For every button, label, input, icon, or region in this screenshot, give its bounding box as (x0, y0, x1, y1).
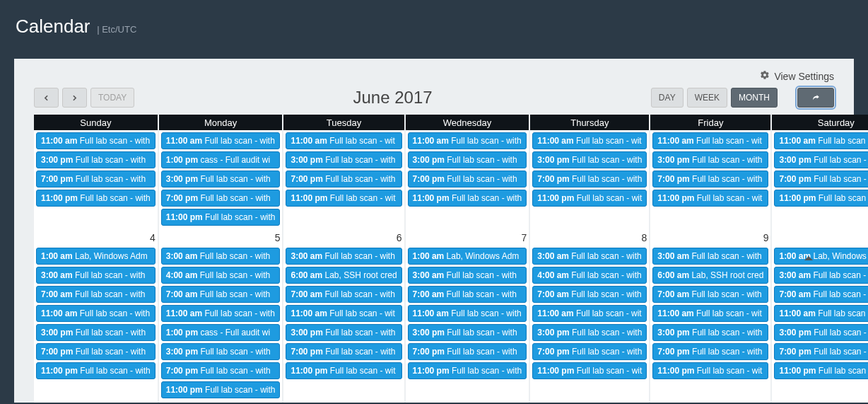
view-month-button[interactable]: MONTH (731, 88, 778, 108)
calendar-event[interactable]: 4:00 am Full lab scan - with (161, 267, 281, 284)
calendar-event[interactable]: 11:00 pm Full lab scan - wit (652, 190, 768, 207)
calendar-event[interactable]: 7:00 pm Full lab scan - witho (774, 171, 868, 187)
day-number[interactable]: 4 (34, 230, 159, 246)
calendar-event[interactable]: 11:00 pm Full lab scan - with (408, 190, 527, 207)
calendar-event[interactable]: 7:00 am Full lab scan - with (161, 286, 281, 303)
calendar-event[interactable]: 7:00 pm Full lab scan - with (161, 362, 281, 379)
day-number[interactable]: 5 (159, 230, 284, 246)
calendar-event[interactable]: 3:00 am Full lab scan - witho (774, 267, 868, 284)
prev-button[interactable] (34, 88, 59, 108)
calendar-event[interactable]: 7:00 am Full lab scan - with (408, 286, 527, 303)
calendar-event[interactable]: 3:00 am Full lab scan - with (161, 248, 281, 265)
calendar-event[interactable]: 3:00 pm Full lab scan - with (652, 324, 768, 341)
calendar-event[interactable]: 11:00 am Full lab scan - wit (286, 305, 401, 322)
calendar-event[interactable]: 7:00 pm Full lab scan - with (36, 171, 156, 187)
calendar-event[interactable]: 3:00 pm Full lab scan - with (652, 151, 768, 168)
day-number[interactable]: 8 (530, 230, 650, 246)
calendar-event[interactable]: 3:00 pm Full lab scan - with (286, 324, 401, 341)
calendar-event[interactable]: 11:00 am Full lab scan - wit (532, 305, 647, 322)
calendar-event[interactable]: 7:00 pm Full lab scan - with (652, 171, 768, 187)
calendar-event[interactable]: 11:00 am Full lab scan - with (774, 305, 868, 322)
calendar-event[interactable]: 11:00 am Full lab scan - wit (286, 132, 401, 149)
today-button[interactable]: TODAY (90, 88, 134, 108)
calendar-event[interactable]: 6:00 am Lab, SSH root cred (652, 267, 768, 284)
calendar-event[interactable]: 1:00 am Lab, Windows Adm (408, 248, 527, 265)
share-button[interactable] (797, 88, 834, 108)
calendar-event[interactable]: 7:00 am Full lab scan - with (652, 286, 768, 303)
calendar-event[interactable]: 11:00 am Full lab scan - with (408, 305, 527, 322)
calendar-event[interactable]: 3:00 am Full lab scan - with (286, 248, 401, 265)
calendar-event[interactable]: 3:00 pm Full lab scan - with (408, 324, 527, 341)
calendar-event[interactable]: 3:00 am Full lab scan - with (532, 248, 647, 265)
view-day-button[interactable]: DAY (651, 88, 684, 108)
calendar-event[interactable]: 11:00 pm Full lab scan - with (774, 190, 868, 207)
calendar-event[interactable]: 7:00 pm Full lab scan - with (532, 171, 647, 187)
calendar-event[interactable]: 11:00 am Full lab scan - wit (652, 132, 768, 149)
calendar-event[interactable]: 11:00 pm Full lab scan - wit (286, 190, 401, 207)
day-number[interactable]: 7 (406, 230, 531, 246)
calendar-event[interactable]: 3:00 pm Full lab scan - with (161, 343, 281, 360)
calendar-event[interactable]: 3:00 am Full lab scan - with (652, 248, 768, 265)
calendar-event[interactable]: 11:00 pm Full lab scan - with (408, 362, 527, 379)
calendar-event[interactable]: 7:00 am Full lab scan - with (532, 286, 647, 303)
event-title: Full lab scan - with (690, 328, 763, 337)
calendar-event[interactable]: 1:00 am Lab, Windows Adm (774, 248, 868, 265)
calendar-event[interactable]: 7:00 pm Full lab scan - with (36, 343, 156, 360)
calendar-event[interactable]: 11:00 pm Full lab scan - wit (532, 190, 647, 207)
calendar-event[interactable]: 3:00 pm Full lab scan - with (532, 324, 647, 341)
calendar-event[interactable]: 11:00 pm Full lab scan - with (161, 209, 281, 226)
calendar-event[interactable]: 1:00 pm cass - Full audit wi (161, 324, 281, 341)
scroll-up-icon[interactable] (804, 256, 813, 260)
view-settings-link[interactable]: View Settings (774, 71, 834, 82)
calendar-event[interactable]: 7:00 pm Full lab scan - with (408, 171, 527, 187)
calendar-event[interactable]: 11:00 am Full lab scan - with (161, 132, 281, 149)
calendar-event[interactable]: 3:00 pm Full lab scan - with (408, 151, 527, 168)
calendar-event[interactable]: 11:00 pm Full lab scan - wit (652, 362, 768, 379)
day-number[interactable]: 6 (283, 230, 405, 246)
calendar-event[interactable]: 11:00 am Full lab scan - wit (652, 305, 768, 322)
calendar-event[interactable]: 11:00 am Full lab scan - with (36, 305, 156, 322)
calendar-event[interactable]: 7:00 am Full lab scan - witho (774, 286, 868, 303)
calendar-event[interactable]: 3:00 pm Full lab scan - witho (774, 324, 868, 341)
calendar-event[interactable]: 3:00 pm Full lab scan - with (286, 151, 401, 168)
calendar-event[interactable]: 7:00 pm Full lab scan - with (161, 190, 281, 207)
next-button[interactable] (62, 88, 87, 108)
calendar-event[interactable]: 11:00 pm Full lab scan - with (36, 190, 156, 207)
day-number[interactable]: 10 (772, 230, 868, 246)
calendar-event[interactable]: 11:00 pm Full lab scan - wit (286, 362, 401, 379)
calendar-event[interactable]: 3:00 pm Full lab scan - witho (774, 151, 868, 168)
calendar-event[interactable]: 7:00 pm Full lab scan - with (408, 343, 527, 360)
calendar-event[interactable]: 11:00 am Full lab scan - witho (774, 132, 868, 149)
calendar-event[interactable]: 11:00 am Full lab scan - with (408, 132, 527, 149)
calendar-event[interactable]: 3:00 am Full lab scan - with (36, 267, 156, 284)
calendar-event[interactable]: 7:00 pm Full lab scan - with (532, 343, 647, 360)
calendar-event[interactable]: 1:00 pm cass - Full audit wi (161, 151, 281, 168)
event-time: 7:00 am (166, 289, 198, 299)
calendar-event[interactable]: 7:00 pm Full lab scan - with (286, 343, 401, 360)
event-title: Full lab scan - with (198, 193, 271, 203)
calendar-event[interactable]: 3:00 pm Full lab scan - with (532, 151, 647, 168)
calendar-event[interactable]: 7:00 am Full lab scan - with (36, 286, 156, 303)
calendar-event[interactable]: 7:00 pm Full lab scan - with (652, 343, 768, 360)
view-week-button[interactable]: WEEK (687, 88, 727, 108)
calendar-event[interactable]: 11:00 am Full lab scan - with (161, 305, 281, 322)
calendar-event[interactable]: 11:00 pm Full lab scan - wit (532, 362, 647, 379)
calendar-event[interactable]: 7:00 pm Full lab scan - with (286, 171, 401, 187)
calendar-event[interactable]: 11:00 pm Full lab scan - with (774, 362, 868, 379)
calendar-event[interactable]: 11:00 am Full lab scan - with (36, 132, 156, 149)
day-cell: 1:00 am Lab, Windows Adm3:00 am Full lab… (406, 246, 531, 403)
calendar-event[interactable]: 11:00 pm Full lab scan - with (36, 362, 156, 379)
calendar-event[interactable]: 7:00 am Full lab scan - with (286, 286, 401, 303)
day-number[interactable]: 9 (650, 230, 772, 246)
calendar-event[interactable]: 3:00 am Full lab scan - with (408, 267, 527, 284)
calendar-event[interactable]: 11:00 am Full lab scan - wit (532, 132, 647, 149)
calendar-event[interactable]: 3:00 pm Full lab scan - with (36, 151, 156, 168)
calendar-event[interactable]: 4:00 am Full lab scan - with (532, 267, 647, 284)
calendar-event[interactable]: 3:00 pm Full lab scan - with (36, 324, 156, 341)
calendar-event[interactable]: 3:00 pm Full lab scan - with (161, 171, 281, 187)
calendar-event[interactable]: 1:00 am Lab, Windows Adm (36, 248, 156, 265)
calendar-event[interactable]: 7:00 pm Full lab scan - witho (774, 343, 868, 360)
calendar-event[interactable]: 11:00 pm Full lab scan - with (161, 381, 281, 398)
calendar-event[interactable]: 6:00 am Lab, SSH root cred (286, 267, 401, 284)
week-row: 11:00 am Full lab scan - with3:00 pm Ful… (34, 130, 868, 230)
